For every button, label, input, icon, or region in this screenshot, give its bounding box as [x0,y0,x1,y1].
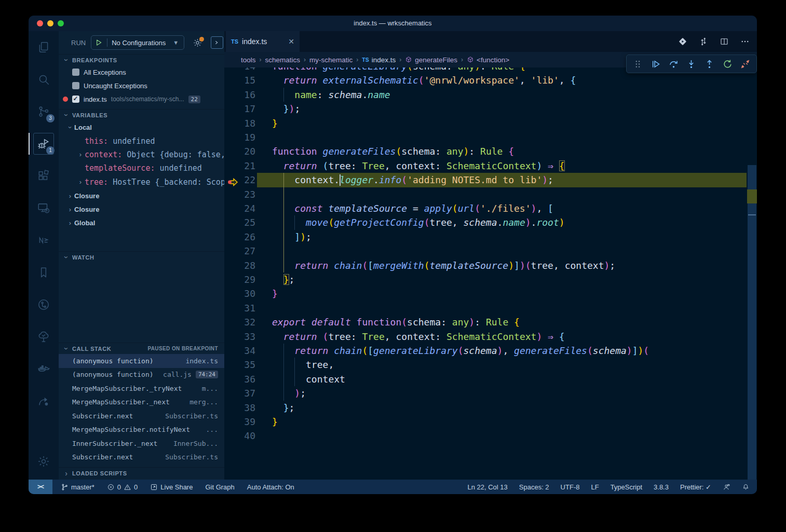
breakpoint-row[interactable]: All Exceptions [59,65,224,79]
more-actions-icon[interactable] [740,37,750,46]
git-compare-icon[interactable] [699,37,708,46]
breadcrumb-item[interactable]: TSindex.ts [362,56,396,64]
chevron-icon[interactable]: › [66,206,74,213]
call-stack-frame[interactable]: InnerSubscriber._nextInnerSub... [59,436,224,451]
line-number[interactable]: 24 [224,201,255,215]
call-stack-frame[interactable]: (anonymous function)index.ts [59,354,224,368]
debug-console-button[interactable] [211,36,223,49]
auto-attach-status[interactable]: Auto Attach: On [247,483,294,491]
feedback-icon[interactable] [723,483,730,491]
run-debug-activity-icon[interactable]: 1 [29,128,59,160]
line-number[interactable]: 38 [224,401,255,415]
step-over-button[interactable] [667,57,680,71]
share-activity-icon[interactable] [29,385,59,417]
explorer-activity-icon[interactable] [29,31,59,63]
code-line[interactable]: 29 }; [224,272,757,287]
disconnect-button[interactable] [739,57,752,71]
line-number[interactable]: 37 [224,386,255,400]
chevron-icon[interactable]: › [66,219,74,227]
git-graph-status[interactable]: Git Graph [205,483,234,491]
live-share-status[interactable]: Live Share [150,483,193,491]
chevron-icon[interactable]: › [76,151,85,158]
tab-index-ts[interactable]: TS index.ts ✕ [226,31,300,52]
code-line[interactable]: 23 [224,187,757,201]
code-line[interactable]: 38 }; [224,401,757,415]
line-number[interactable]: 25 [224,215,255,229]
code-line[interactable]: 30} [224,287,757,301]
line-number[interactable]: 34 [224,344,255,358]
line-number[interactable]: 15 [224,73,255,87]
bookmarks-activity-icon[interactable] [29,256,59,289]
settings-activity-icon[interactable] [29,445,59,478]
code-line[interactable]: 26 ]); [224,230,757,244]
code-line[interactable]: 25 move(getProjectConfig(tree, schema.na… [224,215,757,229]
watch-header[interactable]: › WATCH [59,251,224,263]
chevron-icon[interactable]: › [66,192,74,200]
code-line[interactable]: 17 }); [224,102,757,116]
variables-header[interactable]: › VARIABLES [59,109,224,120]
search-activity-icon[interactable] [29,63,59,96]
breakpoint-row[interactable]: Uncaught Exceptions [59,79,224,92]
continue-button[interactable] [649,57,662,71]
breadcrumb-item[interactable]: tools [241,56,256,64]
chevron-icon[interactable]: › [66,123,74,131]
remote-indicator[interactable]: >< [29,480,52,494]
open-changes-icon[interactable] [678,37,687,46]
line-number[interactable]: 27 [224,244,255,258]
code-line[interactable]: 32export default function(schema: any): … [224,315,757,329]
breakpoint-row[interactable]: index.tstools/schematics/my-sch...22 [59,92,224,106]
line-number[interactable]: 31 [224,301,255,315]
line-number[interactable]: 32 [224,315,255,329]
notifications-bell-icon[interactable] [742,483,750,491]
call-stack-frame[interactable]: MergeMapSubscriber._nextmerg... [59,395,224,410]
call-stack-header[interactable]: › CALL STACK PAUSED ON BREAKPOINT [59,343,224,354]
code-line[interactable]: 33 return (tree: Tree, context: Schemati… [224,330,757,344]
breakpoint-checkbox[interactable] [72,96,79,103]
code-area[interactable]: 14function generateLibrary(schema: any):… [224,31,757,480]
remote-explorer-activity-icon[interactable] [29,192,59,224]
editor-scrollbar[interactable] [747,52,757,480]
step-out-button[interactable] [703,57,716,71]
line-number[interactable]: 29 [224,272,255,287]
breakpoint-checkbox[interactable] [72,69,79,76]
code-line[interactable]: 37 ); [224,386,757,400]
code-line[interactable]: 16 name: schema.name [224,88,757,102]
line-number[interactable]: 39 [224,415,255,429]
line-number[interactable]: 28 [224,258,255,272]
step-into-button[interactable] [685,57,698,71]
line-number[interactable]: 40 [224,429,255,443]
source-control-activity-icon[interactable]: 3 [29,96,59,128]
line-number[interactable]: 20 [224,144,255,158]
line-number[interactable]: 17 [224,102,255,116]
history-activity-icon[interactable] [29,289,59,321]
cursor-position-status[interactable]: Ln 22, Col 13 [467,483,507,491]
chevron-icon[interactable]: › [76,178,85,186]
breadcrumb-item[interactable]: my-schematic [309,56,353,64]
eol-status[interactable]: LF [591,483,599,491]
variables-scope-row[interactable]: ›Global [59,216,224,230]
git-branch-status[interactable]: master* [61,483,94,491]
code-line[interactable]: 36 context [224,372,757,386]
loaded-scripts-header[interactable]: › LOADED SCRIPTS [59,467,224,479]
call-stack-frame[interactable]: (anonymous function)call.js74:24 [59,368,224,382]
code-line[interactable]: 24 const templateSource = apply(url('./f… [224,201,757,215]
debug-configuration-dropdown[interactable]: No Configurations ▼ [91,35,184,50]
code-line[interactable]: 21 return (tree: Tree, context: Schemati… [224,159,757,173]
call-stack-frame[interactable]: Subscriber.nextSubscriber.ts [59,409,224,423]
problems-status[interactable]: 0 0 [107,483,138,491]
toolbar-drag-grip[interactable] [631,57,644,71]
code-line[interactable]: 34 return chain([generateLibrary(schema)… [224,344,757,358]
code-line[interactable]: 31 [224,301,757,315]
line-number[interactable]: 30 [224,287,255,301]
code-line[interactable]: 27 [224,244,757,258]
code-line[interactable]: 35 tree, [224,358,757,372]
breakpoints-header[interactable]: › BREAKPOINTS [59,54,224,65]
encoding-status[interactable]: UTF-8 [561,483,580,491]
code-line[interactable]: 15 return externalSchematic('@nrwl/works… [224,73,757,87]
code-line[interactable]: 28 return chain([mergeWith(templateSourc… [224,258,757,272]
call-stack-frame[interactable]: Subscriber.nextSubscriber.ts [59,451,224,465]
prettier-status[interactable]: Prettier: ✓ [680,483,711,491]
line-number[interactable]: 36 [224,372,255,386]
start-debug-icon[interactable] [94,38,103,47]
line-number[interactable]: 26 [224,230,255,244]
